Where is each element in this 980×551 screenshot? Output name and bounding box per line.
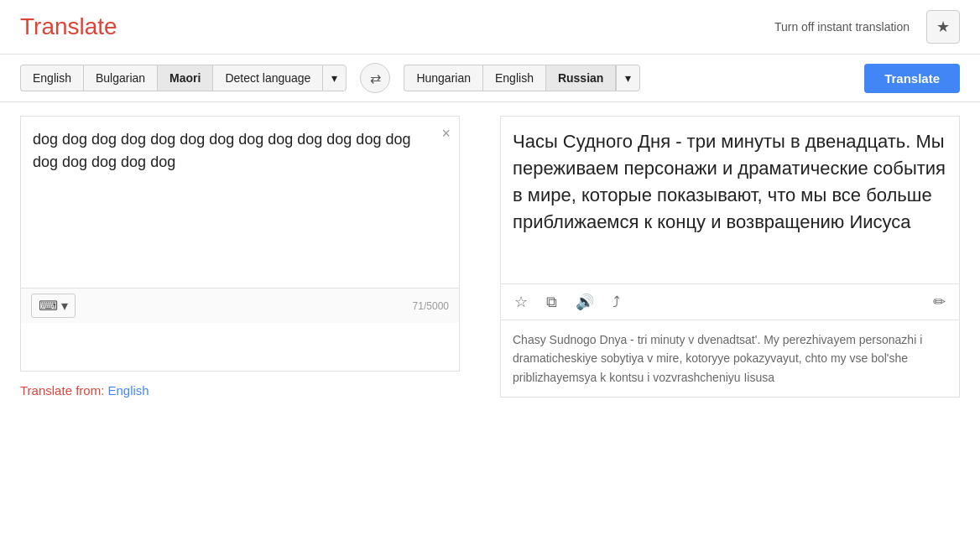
share-button[interactable]: ⤴ [609,292,623,313]
translate-button[interactable]: Translate [864,64,960,93]
keyboard-icon: ⌨ [39,298,58,314]
source-panel: dog dog dog dog dog dog dog dog dog dog … [20,116,460,372]
instant-translation-button[interactable]: Turn off instant translation [768,17,916,37]
translate-from-language: English [107,383,149,398]
target-lang-russian[interactable]: Russian [545,65,616,91]
swap-languages-button[interactable]: ⇄ [360,63,390,93]
translation-actions: ☆ ⧉ 🔊 ⤴ ✏ [501,284,959,320]
edit-button[interactable]: ✏ [930,291,949,313]
keyboard-button[interactable]: ⌨ ▾ [31,294,76,318]
source-lang-bulgarian[interactable]: Bulgarian [83,65,157,91]
source-lang-english[interactable]: English [20,65,83,91]
swap-icon: ⇄ [370,70,381,86]
target-lang-dropdown[interactable]: ▾ [616,65,640,91]
romanization: Chasy Sudnogo Dnya - tri minuty v dvenad… [501,320,959,397]
translation-result: Часы Судного Дня - три минуты в двенадца… [501,117,959,284]
header: Translate Turn off instant translation ★ [0,0,980,55]
header-right: Turn off instant translation ★ [768,10,960,44]
star-icon: ★ [936,18,950,36]
favorite-button[interactable]: ☆ [511,291,531,313]
keyboard-dropdown-icon: ▾ [61,298,68,314]
target-lang-hungarian[interactable]: Hungarian [404,65,482,91]
char-count: 71/5000 [413,300,449,312]
translate-from-label: Translate from: [20,383,104,398]
right-column: Часы Судного Дня - три минуты в двенадца… [500,102,960,398]
target-panel: Часы Судного Дня - три минуты в двенадца… [500,116,960,398]
source-input[interactable]: dog dog dog dog dog dog dog dog dog dog … [21,117,459,284]
source-lang-dropdown[interactable]: ▾ [322,65,347,91]
target-language-group: Hungarian English Russian ▾ [404,65,640,91]
translate-from: Translate from: English [20,372,480,398]
app-title: Translate [20,13,117,40]
target-lang-english[interactable]: English [482,65,545,91]
source-detect-language[interactable]: Detect language [212,65,322,91]
language-bars: English Bulgarian Maori Detect language … [0,55,980,102]
source-footer: ⌨ ▾ 71/5000 [21,288,459,323]
clear-button[interactable]: × [441,125,451,143]
audio-button[interactable]: 🔊 [572,291,597,313]
left-column: dog dog dog dog dog dog dog dog dog dog … [20,102,480,398]
source-language-group: English Bulgarian Maori Detect language … [20,65,347,91]
source-lang-maori[interactable]: Maori [157,65,212,91]
copy-button[interactable]: ⧉ [543,292,560,313]
star-icon-button[interactable]: ★ [926,10,960,44]
main-content: dog dog dog dog dog dog dog dog dog dog … [0,102,980,398]
